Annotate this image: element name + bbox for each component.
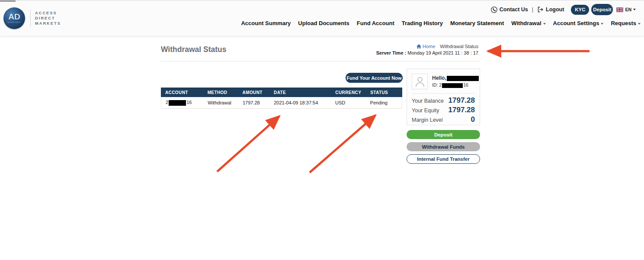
withdrawal-funds-button[interactable]: Withdrawal Funds [407,142,480,151]
window-edge-artifact [0,0,16,2]
withdrawal-status-page: AD ACCESS DIRECT ACCESS DIRECT MARKETS C… [0,0,644,260]
utility-separator: | [532,6,533,13]
stat-margin: Margin Level 0 [412,115,475,125]
withdrawal-caret-down-icon [543,23,546,25]
kyc-button[interactable]: KYC [571,5,589,15]
cell-method: Withdrawal [203,100,238,105]
profile-panel: Hello, ID: 216 Your Balance 1797.28 Your… [407,68,480,125]
breadcrumb-home-label: Home [423,44,435,49]
cell-date: 2021-04-09 18:37:54 [269,100,331,105]
redacted-account-number [169,100,186,106]
redacted-user-id [442,83,463,88]
deposit-header-button[interactable]: Deposit [591,4,613,15]
breadcrumb-home-link[interactable]: Home [417,44,435,49]
site-header: AD ACCESS DIRECT ACCESS DIRECT MARKETS C… [0,0,644,36]
fund-your-account-now-button[interactable]: Fund Your Account Now [346,73,403,83]
cell-currency: USD [331,100,366,105]
contact-us-label: Contact Us [500,6,528,13]
home-icon [417,44,421,49]
logout-link[interactable]: Logout [537,6,564,13]
stat-margin-label: Margin Level [412,117,443,123]
page-title: Withdrawal Status [161,45,227,54]
nav-trading-history[interactable]: Trading History [402,20,443,26]
brand-logo[interactable]: AD ACCESS DIRECT ACCESS DIRECT MARKETS [3,7,61,29]
contact-us-link[interactable]: Contact Us [491,6,528,13]
nav-requests[interactable]: Requests [611,20,641,26]
logout-label: Logout [546,6,564,13]
brand-line-1: ACCESS [35,11,61,15]
col-date: DATE [269,90,331,95]
stat-equity-value: 1797.28 [449,106,475,114]
utility-bar: Contact Us | Logout KYC Deposit [491,4,636,15]
nav-account-summary[interactable]: Account Summary [241,20,291,26]
brand-line-2: DIRECT [35,16,61,20]
language-selector[interactable]: EN [616,7,636,12]
account-stats: Your Balance 1797.28 Your Equity 1797.28… [407,94,480,125]
language-code: EN [625,7,631,12]
nav-monetary-statement[interactable]: Monetary Statement [450,20,504,26]
stat-equity-label: Your Equity [412,107,439,114]
server-time-label: Server Time : [376,50,407,55]
title-divider [161,61,480,62]
cell-status: Pending [366,100,402,105]
withdrawal-table: ACCOUNT METHOD AMOUNT DATE CURRENCY STAT… [161,88,402,109]
col-status: STATUS [366,90,402,95]
breadcrumb: Home Withdrawal Status Server Time : Mon… [376,44,478,55]
internal-fund-transfer-button[interactable]: Internal Fund Transfer [407,154,480,164]
nav-fund-account[interactable]: Fund Account [357,20,394,26]
stat-margin-value: 0 [471,115,475,124]
brand-line-3: MARKETS [35,21,61,26]
brand-monogram: AD [8,13,20,21]
brand-logo-icon: AD ACCESS DIRECT [3,7,25,29]
cell-amount: 1797.28 [238,100,269,105]
brand-name: ACCESS DIRECT MARKETS [35,11,61,26]
nav-upload-documents[interactable]: Upload Documents [298,20,349,26]
user-id: ID: 216 [432,82,479,88]
phone-circle-icon [491,6,497,13]
annotation-arrows [0,0,644,260]
stat-balance-label: Your Balance [412,98,444,104]
arrow-date [217,116,279,172]
server-time: Server Time : Monday 19 April 2021 11 : … [376,50,478,55]
col-currency: CURRENCY [331,90,366,95]
avatar [412,74,428,89]
nav-withdrawal[interactable]: Withdrawal [511,20,545,26]
col-account: ACCOUNT [161,90,203,95]
person-icon [415,76,425,87]
stat-balance-value: 1797.28 [449,96,475,105]
uk-flag-icon [616,7,623,12]
requests-caret-down-icon [638,23,641,25]
redacted-user-name [447,76,479,81]
stat-balance: Your Balance 1797.28 [412,96,475,106]
account-settings-caret-down-icon [601,23,603,25]
brand-tiny-text: ACCESS DIRECT [8,22,21,23]
logout-icon [537,6,544,13]
nav-account-settings[interactable]: Account Settings [553,20,604,26]
arrow-status [310,115,375,172]
col-method: METHOD [203,90,238,95]
cell-account: 216 [161,100,203,106]
greeting: Hello, [432,75,479,81]
language-caret-down-icon [633,9,636,10]
deposit-action-button[interactable]: Deposit [407,130,480,139]
table-row: 216 Withdrawal 1797.28 2021-04-09 18:37:… [161,97,402,109]
server-time-value: Monday 19 April 2021 11 : 38 : 17 [407,50,478,55]
breadcrumb-current: Withdrawal Status [440,44,478,49]
stat-equity: Your Equity 1797.28 [412,106,475,115]
col-amount: AMOUNT [238,90,270,95]
table-header-row: ACCOUNT METHOD AMOUNT DATE CURRENCY STAT… [161,88,402,97]
brand-divider [30,10,31,27]
main-nav: Account Summary Upload Documents Fund Ac… [241,20,641,26]
